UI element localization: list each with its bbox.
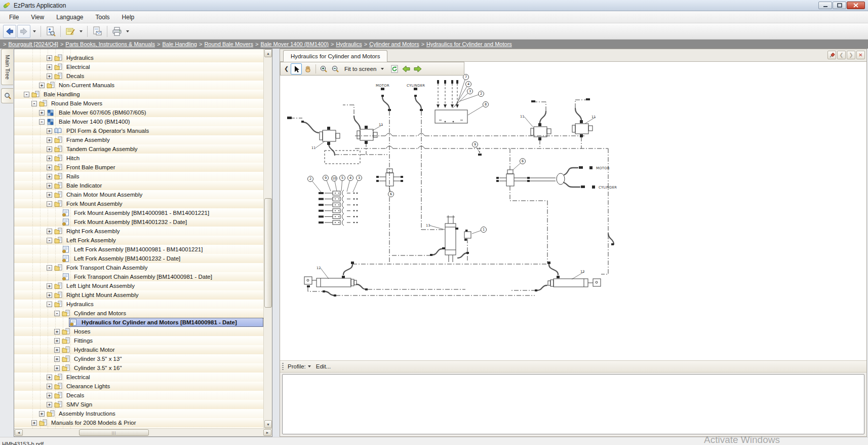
tab-search[interactable] xyxy=(1,88,13,103)
tree-row[interactable]: +SMV Sign xyxy=(14,400,263,409)
tree-item[interactable]: Fork Mount Assembly [BM14000981 - BM1400… xyxy=(61,208,263,217)
notes-dropdown-caret[interactable] xyxy=(80,30,83,32)
prev-page-button[interactable] xyxy=(401,63,412,75)
pin-tab-button[interactable] xyxy=(827,51,836,59)
tree-item[interactable]: Decals xyxy=(54,391,263,400)
expand-icon[interactable]: + xyxy=(47,229,52,234)
tree-item[interactable]: Bale Mover 1400 (BM1400) xyxy=(46,117,263,126)
collapse-icon[interactable]: - xyxy=(31,101,37,106)
horizontal-scroll-thumb[interactable]: ||| xyxy=(79,429,149,436)
tree-row[interactable]: +Right Light Mount Assembly xyxy=(14,290,263,300)
expand-icon[interactable]: + xyxy=(47,393,52,398)
expand-icon[interactable]: + xyxy=(47,137,52,143)
forward-button[interactable] xyxy=(17,25,30,38)
tree-item[interactable]: Bale Mover 607/605 (BM607/605) xyxy=(46,108,263,117)
expand-icon[interactable]: + xyxy=(54,329,60,335)
breadcrumb-link[interactable]: Round Bale Movers xyxy=(204,41,253,47)
expand-icon[interactable]: + xyxy=(47,156,52,161)
tree-item[interactable]: Bale Indicator xyxy=(54,181,263,190)
tree-item[interactable]: Right Fork Assembly xyxy=(54,227,263,236)
tree-row[interactable]: +Cylinder 3.5" x 13" xyxy=(14,354,263,363)
breadcrumb-link[interactable]: Bale Mover 1400 (BM1400) xyxy=(260,41,329,47)
collapse-icon[interactable]: - xyxy=(47,238,52,243)
menu-item-tools[interactable]: Tools xyxy=(90,12,116,23)
collapse-icon[interactable]: - xyxy=(39,119,45,125)
tree-item[interactable]: Cylinder and Motors xyxy=(61,309,263,318)
tree-row[interactable]: -Hydraulics xyxy=(14,300,263,309)
tree-item[interactable]: Cylinder 3.5" x 16" xyxy=(61,363,263,373)
tree-row[interactable]: Left Fork Assembly [BM14001232 - Date] xyxy=(14,254,263,263)
tree-row[interactable]: -Fork Mount Assembly xyxy=(14,199,263,208)
tree-item[interactable]: Hoses xyxy=(61,327,263,336)
export-button[interactable] xyxy=(91,25,104,38)
breadcrumb-link[interactable]: Bale Handling xyxy=(162,41,197,47)
tree-item[interactable]: Chain Motor Mount Assembly xyxy=(54,190,263,199)
expand-icon[interactable]: + xyxy=(47,55,52,61)
tree-row[interactable]: +PDI Form & Operator's Manuals xyxy=(14,126,263,135)
menu-item-language[interactable]: Language xyxy=(50,12,89,23)
expand-icon[interactable]: + xyxy=(54,338,60,344)
tree-item[interactable]: Manuals for 2008 Models & Prior xyxy=(38,418,263,427)
tree-row[interactable]: +Assembly Instructions xyxy=(14,409,263,418)
tree-item[interactable]: Hydraulic Motor xyxy=(61,345,263,354)
menu-item-file[interactable]: File xyxy=(3,12,25,23)
select-tool-button[interactable] xyxy=(291,63,302,75)
expand-icon[interactable]: + xyxy=(47,375,52,380)
part-search-button[interactable] xyxy=(44,25,57,38)
expand-icon[interactable]: + xyxy=(47,174,52,179)
expand-icon[interactable]: + xyxy=(47,292,52,298)
tree-row[interactable]: +Front Bale Bumper xyxy=(14,163,263,172)
expand-icon[interactable]: + xyxy=(47,146,52,152)
tree-item[interactable]: Assembly Instructions xyxy=(46,409,263,418)
scroll-down-button[interactable]: ▼ xyxy=(264,420,272,428)
tree-row[interactable]: +Manuals for 2008 Models & Prior xyxy=(14,418,263,427)
expand-icon[interactable]: + xyxy=(47,73,52,79)
collapse-icon[interactable]: - xyxy=(47,265,52,271)
expand-icon[interactable]: + xyxy=(39,411,45,417)
next-tab-button[interactable]: ❯ xyxy=(847,51,855,59)
next-page-button[interactable] xyxy=(412,63,423,75)
scroll-up-button[interactable]: ▲ xyxy=(264,49,272,57)
prev-tab-button[interactable]: ❮ xyxy=(837,51,846,59)
expand-icon[interactable]: + xyxy=(47,183,52,189)
profile-edit-button[interactable]: Edit... xyxy=(316,363,331,369)
tree-item[interactable]: Electrical xyxy=(54,62,263,71)
tree-item[interactable]: Right Light Mount Assembly xyxy=(54,290,263,300)
tree-item[interactable]: Rails xyxy=(54,172,263,181)
tree-item[interactable]: Front Bale Bumper xyxy=(54,163,263,172)
print-dropdown-caret[interactable] xyxy=(126,30,129,32)
vertical-scroll-thumb[interactable] xyxy=(264,198,272,308)
scroll-right-button[interactable]: ► xyxy=(263,429,271,436)
history-dropdown-caret[interactable] xyxy=(33,30,36,32)
tree-vertical-scrollbar[interactable]: ▲ ▼ xyxy=(263,49,272,428)
close-button[interactable] xyxy=(847,2,865,9)
tree-row[interactable]: +Left Light Mount Assembly xyxy=(14,281,263,290)
close-tab-button[interactable]: ✕ xyxy=(856,51,865,59)
expand-icon[interactable]: + xyxy=(39,110,45,116)
tree-row[interactable]: +Non-Current Manuals xyxy=(14,81,263,90)
breadcrumb-link[interactable]: Bourgault [2024/Q4] xyxy=(8,41,58,47)
tree-horizontal-scrollbar[interactable]: ◄ ||| ► xyxy=(14,428,272,436)
expand-icon[interactable]: + xyxy=(47,402,52,407)
tree-item[interactable]: Hydraulics xyxy=(54,300,263,309)
zoom-in-button[interactable] xyxy=(318,63,329,75)
tree-row[interactable]: Hydraulics for Cylinder and Motors [BM14… xyxy=(14,318,263,327)
tree-item[interactable]: Cylinder 3.5" x 13" xyxy=(61,354,263,363)
tree-row[interactable]: +Electrical xyxy=(14,62,263,71)
tree-row[interactable]: -Bale Mover 1400 (BM1400) xyxy=(14,117,263,126)
tree-row[interactable]: Fork Transport Chain Assembly [BM1400098… xyxy=(14,272,263,281)
tree-item[interactable]: Frame Assembly xyxy=(54,135,263,144)
tree-item[interactable]: Fork Mount Assembly xyxy=(54,199,263,208)
breadcrumb-link[interactable]: Parts Books, Instructions & Manuals xyxy=(65,41,155,47)
tree-item[interactable]: SMV Sign xyxy=(54,400,263,409)
tree-row[interactable]: Left Fork Assembly [BM14000981 - BM14001… xyxy=(14,245,263,254)
expand-icon[interactable]: + xyxy=(47,384,52,389)
tree-row[interactable]: +Fittings xyxy=(14,336,263,345)
expand-icon[interactable]: + xyxy=(47,165,52,170)
tree-row[interactable]: -Round Bale Movers xyxy=(14,99,263,108)
zoom-mode-dropdown[interactable]: Fit to screen xyxy=(341,66,388,72)
tree-selected-item[interactable]: Hydraulics for Cylinder and Motors [BM14… xyxy=(69,318,263,327)
panel-splitter[interactable] xyxy=(272,49,280,437)
tree-row[interactable]: -Cylinder and Motors xyxy=(14,309,263,318)
tree-item[interactable]: Fork Transport Chain Assembly [BM1400098… xyxy=(61,272,263,281)
